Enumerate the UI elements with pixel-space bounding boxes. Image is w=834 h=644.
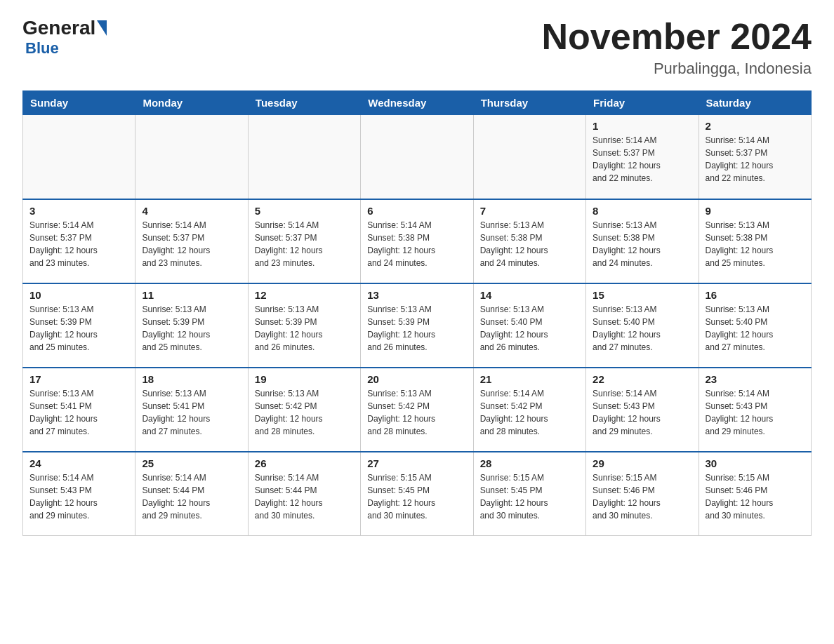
day-info: Sunrise: 5:13 AMSunset: 5:40 PMDaylight:… [593,303,691,354]
table-row: 12Sunrise: 5:13 AMSunset: 5:39 PMDayligh… [248,283,360,368]
day-number: 11 [142,289,241,301]
calendar-title: November 2024 [542,17,812,57]
day-number: 23 [706,373,805,385]
table-row [135,115,248,199]
table-row: 18Sunrise: 5:13 AMSunset: 5:41 PMDayligh… [135,368,248,452]
calendar-table: Sunday Monday Tuesday Wednesday Thursday… [22,90,812,536]
table-row [23,115,135,199]
col-monday: Monday [135,91,248,115]
day-info: Sunrise: 5:14 AMSunset: 5:37 PMDaylight:… [29,219,128,269]
day-info: Sunrise: 5:14 AMSunset: 5:37 PMDaylight:… [593,134,691,185]
table-row: 20Sunrise: 5:13 AMSunset: 5:42 PMDayligh… [361,368,473,452]
day-number: 7 [480,205,579,217]
day-number: 10 [29,289,128,301]
table-row: 16Sunrise: 5:13 AMSunset: 5:40 PMDayligh… [699,283,811,368]
table-row: 9Sunrise: 5:13 AMSunset: 5:38 PMDaylight… [699,199,811,283]
day-info: Sunrise: 5:13 AMSunset: 5:38 PMDaylight:… [480,219,579,269]
day-number: 25 [142,457,241,469]
table-row: 27Sunrise: 5:15 AMSunset: 5:45 PMDayligh… [361,452,473,536]
calendar-week-row: 3Sunrise: 5:14 AMSunset: 5:37 PMDaylight… [23,199,812,283]
table-row [248,115,360,199]
table-row: 2Sunrise: 5:14 AMSunset: 5:37 PMDaylight… [699,115,811,199]
day-number: 19 [255,373,354,385]
title-block: November 2024 Purbalingga, Indonesia [542,17,812,78]
table-row: 14Sunrise: 5:13 AMSunset: 5:40 PMDayligh… [473,283,585,368]
day-number: 12 [255,289,354,301]
table-row: 26Sunrise: 5:14 AMSunset: 5:44 PMDayligh… [248,452,360,536]
col-sunday: Sunday [23,91,135,115]
day-number: 18 [142,373,241,385]
table-row [473,115,585,199]
table-row: 22Sunrise: 5:14 AMSunset: 5:43 PMDayligh… [586,368,699,452]
table-row: 1Sunrise: 5:14 AMSunset: 5:37 PMDaylight… [586,115,699,199]
table-row: 13Sunrise: 5:13 AMSunset: 5:39 PMDayligh… [361,283,473,368]
table-row: 6Sunrise: 5:14 AMSunset: 5:38 PMDaylight… [361,199,473,283]
logo-blue-text: Blue [25,39,59,58]
day-info: Sunrise: 5:13 AMSunset: 5:40 PMDaylight:… [706,303,805,354]
table-row: 15Sunrise: 5:13 AMSunset: 5:40 PMDayligh… [586,283,699,368]
table-row: 29Sunrise: 5:15 AMSunset: 5:46 PMDayligh… [586,452,699,536]
logo-triangle-icon [97,20,107,36]
table-row: 7Sunrise: 5:13 AMSunset: 5:38 PMDaylight… [473,199,585,283]
day-number: 24 [29,457,128,469]
col-friday: Friday [586,91,699,115]
day-info: Sunrise: 5:13 AMSunset: 5:39 PMDaylight:… [255,303,354,354]
logo-general-text: General [22,17,95,39]
day-info: Sunrise: 5:14 AMSunset: 5:43 PMDaylight:… [29,471,128,522]
table-row: 25Sunrise: 5:14 AMSunset: 5:44 PMDayligh… [135,452,248,536]
table-row: 8Sunrise: 5:13 AMSunset: 5:38 PMDaylight… [586,199,699,283]
day-number: 22 [593,373,691,385]
calendar-subtitle: Purbalingga, Indonesia [542,60,812,78]
col-thursday: Thursday [473,91,585,115]
table-row: 11Sunrise: 5:13 AMSunset: 5:39 PMDayligh… [135,283,248,368]
day-number: 17 [29,373,128,385]
day-info: Sunrise: 5:13 AMSunset: 5:39 PMDaylight:… [29,303,128,354]
table-row: 28Sunrise: 5:15 AMSunset: 5:45 PMDayligh… [473,452,585,536]
day-info: Sunrise: 5:13 AMSunset: 5:42 PMDaylight:… [255,387,354,438]
day-number: 15 [593,289,691,301]
day-info: Sunrise: 5:15 AMSunset: 5:46 PMDaylight:… [593,471,691,522]
day-number: 8 [593,205,691,217]
day-number: 21 [480,373,579,385]
col-saturday: Saturday [699,91,811,115]
day-number: 4 [142,205,241,217]
day-info: Sunrise: 5:13 AMSunset: 5:41 PMDaylight:… [29,387,128,438]
day-number: 13 [367,289,466,301]
day-info: Sunrise: 5:14 AMSunset: 5:44 PMDaylight:… [255,471,354,522]
day-info: Sunrise: 5:15 AMSunset: 5:45 PMDaylight:… [367,471,466,522]
table-row: 21Sunrise: 5:14 AMSunset: 5:42 PMDayligh… [473,368,585,452]
day-number: 1 [593,120,691,132]
calendar-week-row: 1Sunrise: 5:14 AMSunset: 5:37 PMDaylight… [23,115,812,199]
day-info: Sunrise: 5:13 AMSunset: 5:42 PMDaylight:… [367,387,466,438]
day-info: Sunrise: 5:14 AMSunset: 5:42 PMDaylight:… [480,387,579,438]
table-row: 5Sunrise: 5:14 AMSunset: 5:37 PMDaylight… [248,199,360,283]
day-info: Sunrise: 5:13 AMSunset: 5:39 PMDaylight:… [142,303,241,354]
day-number: 16 [706,289,805,301]
day-number: 20 [367,373,466,385]
day-info: Sunrise: 5:14 AMSunset: 5:37 PMDaylight:… [706,134,805,185]
day-number: 26 [255,457,354,469]
day-info: Sunrise: 5:13 AMSunset: 5:38 PMDaylight:… [706,219,805,269]
table-row: 10Sunrise: 5:13 AMSunset: 5:39 PMDayligh… [23,283,135,368]
table-row [361,115,473,199]
day-number: 5 [255,205,354,217]
day-info: Sunrise: 5:13 AMSunset: 5:38 PMDaylight:… [593,219,691,269]
page-header: General Blue November 2024 Purbalingga, … [22,17,812,78]
calendar-week-row: 17Sunrise: 5:13 AMSunset: 5:41 PMDayligh… [23,368,812,452]
calendar-week-row: 24Sunrise: 5:14 AMSunset: 5:43 PMDayligh… [23,452,812,536]
day-info: Sunrise: 5:13 AMSunset: 5:40 PMDaylight:… [480,303,579,354]
table-row: 17Sunrise: 5:13 AMSunset: 5:41 PMDayligh… [23,368,135,452]
day-info: Sunrise: 5:13 AMSunset: 5:41 PMDaylight:… [142,387,241,438]
table-row: 30Sunrise: 5:15 AMSunset: 5:46 PMDayligh… [699,452,811,536]
calendar-header-row: Sunday Monday Tuesday Wednesday Thursday… [23,91,812,115]
day-number: 14 [480,289,579,301]
day-number: 29 [593,457,691,469]
day-number: 2 [706,120,805,132]
day-info: Sunrise: 5:14 AMSunset: 5:43 PMDaylight:… [593,387,691,438]
day-info: Sunrise: 5:13 AMSunset: 5:39 PMDaylight:… [367,303,466,354]
day-info: Sunrise: 5:14 AMSunset: 5:38 PMDaylight:… [367,219,466,269]
day-number: 3 [29,205,128,217]
day-number: 6 [367,205,466,217]
day-info: Sunrise: 5:15 AMSunset: 5:45 PMDaylight:… [480,471,579,522]
col-wednesday: Wednesday [361,91,473,115]
